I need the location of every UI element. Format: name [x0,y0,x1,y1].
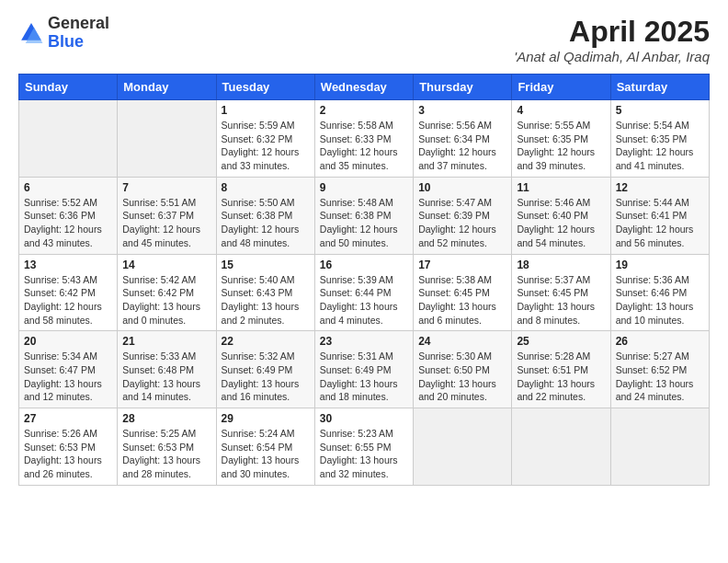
header-row: Sunday Monday Tuesday Wednesday Thursday… [19,75,710,100]
day-number: 26 [616,335,704,348]
month-title: April 2025 [514,15,710,49]
calendar-cell: 4Sunrise: 5:55 AMSunset: 6:35 PMDaylight… [512,100,610,178]
sunset-text: Sunset: 6:37 PM [122,209,210,223]
sunrise-text: Sunrise: 5:59 AM [222,119,310,132]
calendar-cell: 17Sunrise: 5:38 AMSunset: 6:45 PMDayligh… [414,254,512,331]
day-info: Sunrise: 5:23 AMSunset: 6:55 PMDaylight:… [320,427,408,481]
daylight-text: Daylight: 12 hours and 33 minutes. [222,145,310,172]
sunrise-text: Sunrise: 5:56 AM [418,119,506,132]
sunrise-text: Sunrise: 5:51 AM [122,196,210,210]
daylight-text: Daylight: 13 hours and 28 minutes. [122,454,210,480]
sunrise-text: Sunrise: 5:24 AM [222,427,310,441]
daylight-text: Daylight: 13 hours and 30 minutes. [222,454,310,480]
daylight-text: Daylight: 13 hours and 26 minutes. [24,454,112,480]
sunrise-text: Sunrise: 5:27 AM [616,350,704,363]
day-info: Sunrise: 5:54 AMSunset: 6:35 PMDaylight:… [616,119,704,173]
day-info: Sunrise: 5:52 AMSunset: 6:36 PMDaylight:… [24,196,112,250]
calendar-cell: 26Sunrise: 5:27 AMSunset: 6:52 PMDayligh… [610,331,709,408]
day-number: 19 [616,259,704,271]
day-info: Sunrise: 5:33 AMSunset: 6:48 PMDaylight:… [122,350,210,404]
day-number: 7 [122,181,210,194]
calendar-cell: 22Sunrise: 5:32 AMSunset: 6:49 PMDayligh… [216,331,314,408]
day-number: 8 [222,181,310,194]
calendar-cell: 15Sunrise: 5:40 AMSunset: 6:43 PMDayligh… [216,254,314,331]
day-number: 27 [24,412,112,425]
sunset-text: Sunset: 6:53 PM [122,441,210,454]
daylight-text: Daylight: 13 hours and 16 minutes. [222,377,310,404]
day-number: 24 [418,335,506,348]
sunrise-text: Sunrise: 5:39 AM [320,273,408,287]
sunset-text: Sunset: 6:45 PM [418,286,506,300]
sunset-text: Sunset: 6:32 PM [222,132,310,146]
day-number: 21 [122,335,210,348]
day-info: Sunrise: 5:36 AMSunset: 6:46 PMDaylight:… [616,273,704,327]
daylight-text: Daylight: 13 hours and 32 minutes. [320,454,408,480]
sunset-text: Sunset: 6:40 PM [517,209,605,223]
col-wednesday: Wednesday [314,75,413,100]
col-sunday: Sunday [19,75,118,100]
calendar-cell: 2Sunrise: 5:58 AMSunset: 6:33 PMDaylight… [314,100,413,178]
day-info: Sunrise: 5:37 AMSunset: 6:45 PMDaylight:… [517,273,605,327]
day-info: Sunrise: 5:40 AMSunset: 6:43 PMDaylight:… [222,273,310,327]
col-friday: Friday [512,75,610,100]
daylight-text: Daylight: 12 hours and 41 minutes. [616,145,704,172]
logo: General Blue [18,15,109,52]
day-number: 16 [320,259,408,271]
day-info: Sunrise: 5:59 AMSunset: 6:32 PMDaylight:… [222,119,310,173]
sunrise-text: Sunrise: 5:54 AM [616,119,704,132]
daylight-text: Daylight: 12 hours and 45 minutes. [122,223,210,249]
day-number: 30 [320,412,408,425]
location-title: 'Anat al Qadimah, Al Anbar, Iraq [514,49,710,64]
day-number: 15 [222,259,310,271]
sunrise-text: Sunrise: 5:50 AM [222,196,310,210]
logo-icon [18,20,44,46]
sunrise-text: Sunrise: 5:40 AM [222,273,310,287]
calendar-cell: 30Sunrise: 5:23 AMSunset: 6:55 PMDayligh… [314,408,413,486]
day-number: 18 [517,259,605,271]
sunrise-text: Sunrise: 5:28 AM [517,350,605,363]
sunset-text: Sunset: 6:39 PM [418,209,506,223]
calendar-cell: 1Sunrise: 5:59 AMSunset: 6:32 PMDaylight… [216,100,314,178]
day-info: Sunrise: 5:50 AMSunset: 6:38 PMDaylight:… [222,196,310,250]
daylight-text: Daylight: 12 hours and 43 minutes. [24,223,112,249]
day-number: 2 [320,104,408,117]
day-number: 12 [616,181,704,194]
calendar-header: Sunday Monday Tuesday Wednesday Thursday… [19,75,710,100]
calendar-cell: 18Sunrise: 5:37 AMSunset: 6:45 PMDayligh… [512,254,610,331]
day-number: 22 [222,335,310,348]
sunrise-text: Sunrise: 5:44 AM [616,196,704,210]
calendar-week-2: 13Sunrise: 5:43 AMSunset: 6:42 PMDayligh… [19,254,710,331]
daylight-text: Daylight: 13 hours and 12 minutes. [24,377,112,404]
day-number: 4 [517,104,605,117]
sunset-text: Sunset: 6:43 PM [222,286,310,300]
day-info: Sunrise: 5:26 AMSunset: 6:53 PMDaylight:… [24,427,112,481]
day-number: 29 [222,412,310,425]
calendar-week-1: 6Sunrise: 5:52 AMSunset: 6:36 PMDaylight… [19,177,710,254]
calendar-cell: 20Sunrise: 5:34 AMSunset: 6:47 PMDayligh… [19,331,118,408]
calendar-cell: 9Sunrise: 5:48 AMSunset: 6:38 PMDaylight… [314,177,413,254]
sunset-text: Sunset: 6:33 PM [320,132,408,146]
sunset-text: Sunset: 6:49 PM [222,363,310,377]
day-info: Sunrise: 5:34 AMSunset: 6:47 PMDaylight:… [24,350,112,404]
day-number: 11 [517,181,605,194]
sunset-text: Sunset: 6:36 PM [24,209,112,223]
title-block: April 2025 'Anat al Qadimah, Al Anbar, I… [514,15,710,64]
sunset-text: Sunset: 6:49 PM [320,363,408,377]
calendar-cell: 25Sunrise: 5:28 AMSunset: 6:51 PMDayligh… [512,331,610,408]
sunrise-text: Sunrise: 5:37 AM [517,273,605,287]
sunset-text: Sunset: 6:52 PM [616,363,704,377]
daylight-text: Daylight: 13 hours and 8 minutes. [517,300,605,327]
sunset-text: Sunset: 6:34 PM [418,132,506,146]
calendar-cell: 5Sunrise: 5:54 AMSunset: 6:35 PMDaylight… [610,100,709,178]
sunset-text: Sunset: 6:38 PM [222,209,310,223]
day-number: 17 [418,259,506,271]
daylight-text: Daylight: 12 hours and 52 minutes. [418,223,506,249]
sunrise-text: Sunrise: 5:31 AM [320,350,408,363]
sunset-text: Sunset: 6:45 PM [517,286,605,300]
calendar-cell: 28Sunrise: 5:25 AMSunset: 6:53 PMDayligh… [118,408,216,486]
sunset-text: Sunset: 6:48 PM [122,363,210,377]
daylight-text: Daylight: 13 hours and 10 minutes. [616,300,704,327]
day-info: Sunrise: 5:39 AMSunset: 6:44 PMDaylight:… [320,273,408,327]
sunset-text: Sunset: 6:47 PM [24,363,112,377]
day-info: Sunrise: 5:44 AMSunset: 6:41 PMDaylight:… [616,196,704,250]
